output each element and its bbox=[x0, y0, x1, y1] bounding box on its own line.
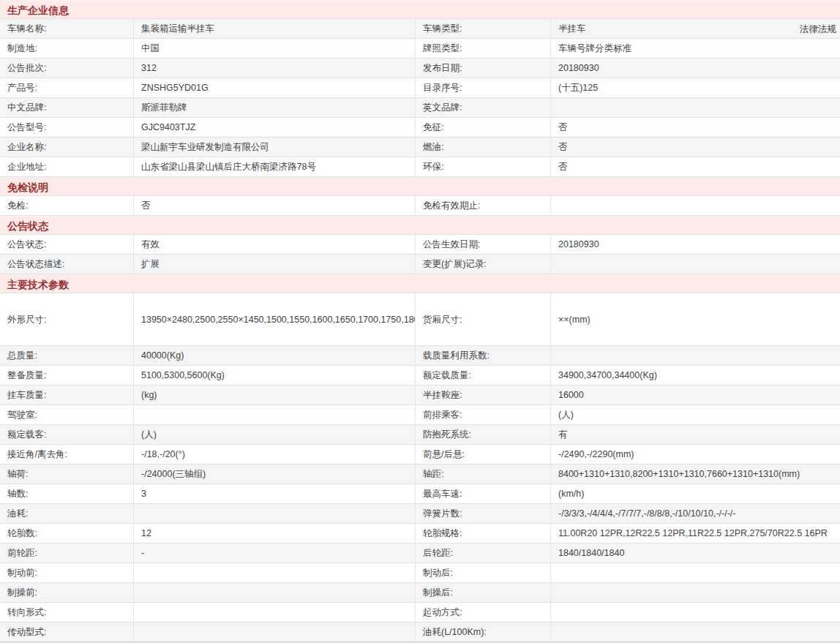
section-body: 车辆名称:集装箱运输半挂车车辆类型:半挂车制造地:中国牌照类型:车辆号牌分类标准… bbox=[0, 19, 840, 177]
field-value: 312 bbox=[134, 59, 416, 78]
section-body: 公告状态:有效公告生效日期:20180930公告状态描述:扩展变更(扩展)记录: bbox=[0, 235, 840, 274]
section-body: 免检:否免检有效期止: bbox=[0, 196, 840, 216]
field-value: ××(mm) bbox=[551, 293, 840, 345]
field-label: 制动后: bbox=[416, 563, 551, 582]
table-row: 额定载客:(人)防抱死系统:有 bbox=[0, 425, 840, 445]
field-label: 目录序号: bbox=[416, 78, 551, 97]
table-row: 免检:否免检有效期止: bbox=[0, 196, 840, 216]
field-label: 轮胎规格: bbox=[416, 524, 551, 543]
field-label: 前悬/后悬: bbox=[416, 445, 551, 464]
table-row: 转向形式:起动方式: bbox=[0, 603, 840, 623]
field-value: 有效 bbox=[134, 235, 416, 254]
field-value: 斯派菲勒牌 bbox=[134, 98, 416, 117]
vehicle-info-table: 生产企业信息车辆名称:集装箱运输半挂车车辆类型:半挂车制造地:中国牌照类型:车辆… bbox=[0, 0, 840, 642]
table-row: 轴荷:-/24000(三轴组)轴距:8400+1310+1310,8200+13… bbox=[0, 465, 840, 484]
field-value: 1840/1840/1840 bbox=[551, 544, 840, 563]
field-value: 3 bbox=[134, 484, 416, 503]
field-value: (人) bbox=[134, 425, 416, 444]
field-value: 40000(Kg) bbox=[134, 346, 416, 365]
field-label: 接近角/离去角: bbox=[0, 445, 134, 464]
field-value: - bbox=[134, 544, 416, 563]
field-value: (kg) bbox=[134, 386, 416, 405]
field-value: 11.00R20 12PR,12R22.5 12PR,11R22.5 12PR,… bbox=[551, 524, 840, 543]
field-value: 否 bbox=[134, 196, 416, 215]
table-row: 制动前:制动后: bbox=[0, 563, 840, 583]
table-row: 企业名称:梁山新宇车业研发制造有限公司燃油:否 bbox=[0, 138, 840, 157]
field-value: 否 bbox=[551, 138, 840, 157]
field-label: 公告生效日期: bbox=[416, 235, 551, 254]
field-value: 扩展 bbox=[134, 255, 416, 274]
field-label: 公告状态: bbox=[0, 235, 134, 254]
field-label: 公告批次: bbox=[0, 59, 134, 78]
field-label: 挂车质量: bbox=[0, 386, 134, 405]
field-label: 公告状态描述: bbox=[0, 255, 134, 274]
field-value bbox=[134, 583, 416, 602]
table-row: 整备质量:5100,5300,5600(Kg)额定载质量:34900,34700… bbox=[0, 366, 840, 386]
field-value: -/24000(三轴组) bbox=[134, 465, 416, 484]
table-row: 挂车质量:(kg)半挂鞍座:16000 bbox=[0, 386, 840, 405]
field-value: -/3/3/3,-/4/4/4,-/7/7/7,-/8/8/8,-/10/10/… bbox=[551, 504, 840, 523]
field-label: 制造地: bbox=[0, 39, 134, 58]
field-value bbox=[551, 583, 840, 602]
field-label: 半挂鞍座: bbox=[416, 386, 551, 405]
field-label: 中文品牌: bbox=[0, 98, 134, 117]
table-row: 轮胎数:12轮胎规格:11.00R20 12PR,12R22.5 12PR,11… bbox=[0, 524, 840, 544]
field-value: -/18,-/20(°) bbox=[134, 445, 416, 464]
field-label: 制动前: bbox=[0, 563, 134, 582]
field-label: 整备质量: bbox=[0, 366, 134, 385]
field-value: 否 bbox=[551, 157, 840, 176]
field-value: GJC9403TJZ bbox=[134, 118, 416, 137]
field-label: 弹簧片数: bbox=[416, 504, 551, 523]
field-label: 企业地址: bbox=[0, 157, 134, 176]
field-label: 油耗: bbox=[0, 504, 134, 523]
field-label: 货厢尺寸: bbox=[416, 293, 551, 345]
table-row: 接近角/离去角:-/18,-/20(°)前悬/后悬:-/2490,-/2290(… bbox=[0, 445, 840, 465]
field-label: 轴数: bbox=[0, 484, 134, 503]
field-label: 前排乘客: bbox=[416, 405, 551, 424]
table-row: 轴数:3最高车速:(km/h) bbox=[0, 484, 840, 504]
field-label: 总质量: bbox=[0, 346, 134, 365]
field-label: 前轮距: bbox=[0, 544, 134, 563]
field-label: 额定载客: bbox=[0, 425, 134, 444]
field-label: 额定载质量: bbox=[416, 366, 551, 385]
field-value bbox=[551, 623, 840, 642]
field-label: 制操后: bbox=[416, 583, 551, 602]
table-row: 驾驶室:前排乘客:(人) bbox=[0, 405, 840, 425]
field-value bbox=[551, 346, 840, 365]
field-value: 12 bbox=[134, 524, 416, 543]
vehicle-announcement-page: 生产企业信息车辆名称:集装箱运输半挂车车辆类型:半挂车制造地:中国牌照类型:车辆… bbox=[0, 0, 840, 643]
field-value: 8400+1310+1310,8200+1310+1310,7660+1310+… bbox=[551, 465, 840, 484]
field-value bbox=[134, 563, 416, 582]
field-label: 载质量利用系数: bbox=[416, 346, 551, 365]
field-value bbox=[551, 603, 840, 622]
section-body: 外形尺寸:13950×2480,2500,2550×1450,1500,1550… bbox=[0, 293, 840, 642]
field-label: 轮胎数: bbox=[0, 524, 134, 543]
field-value: 梁山新宇车业研发制造有限公司 bbox=[134, 138, 416, 157]
field-value: 否 bbox=[551, 118, 840, 137]
field-value bbox=[551, 563, 840, 582]
field-value: -/2490,-/2290(mm) bbox=[551, 445, 840, 464]
table-row: 油耗:弹簧片数:-/3/3/3,-/4/4/4,-/7/7/7,-/8/8/8,… bbox=[0, 504, 840, 524]
table-row: 传动型式:油耗(L/100Km): bbox=[0, 623, 840, 642]
field-value: 20180930 bbox=[551, 235, 840, 254]
field-label: 变更(扩展)记录: bbox=[416, 255, 551, 274]
field-value: 13950×2480,2500,2550×1450,1500,1550,1600… bbox=[134, 293, 416, 345]
table-row: 中文品牌:斯派菲勒牌英文品牌: bbox=[0, 98, 840, 118]
field-value: 20180930 bbox=[551, 59, 840, 78]
table-row: 外形尺寸:13950×2480,2500,2550×1450,1500,1550… bbox=[0, 293, 840, 346]
table-row: 公告状态描述:扩展变更(扩展)记录: bbox=[0, 255, 840, 274]
field-label: 免检有效期止: bbox=[416, 196, 551, 215]
field-value bbox=[134, 405, 416, 424]
field-label: 免检: bbox=[0, 196, 134, 215]
field-label: 发布日期: bbox=[416, 59, 551, 78]
field-label: 牌照类型: bbox=[416, 39, 551, 58]
table-row: 公告型号:GJC9403TJZ免征:否 bbox=[0, 118, 840, 138]
legal-link[interactable]: 法律法规 bbox=[796, 20, 840, 40]
field-value bbox=[551, 255, 840, 274]
field-value: ZNSHG5YD01G bbox=[134, 78, 416, 97]
field-label: 后轮距: bbox=[416, 544, 551, 563]
field-value: 16000 bbox=[551, 386, 840, 405]
table-row: 产品号:ZNSHG5YD01G目录序号:(十五)125 bbox=[0, 78, 840, 98]
field-label: 英文品牌: bbox=[416, 98, 551, 117]
field-value: (人) bbox=[551, 405, 840, 424]
